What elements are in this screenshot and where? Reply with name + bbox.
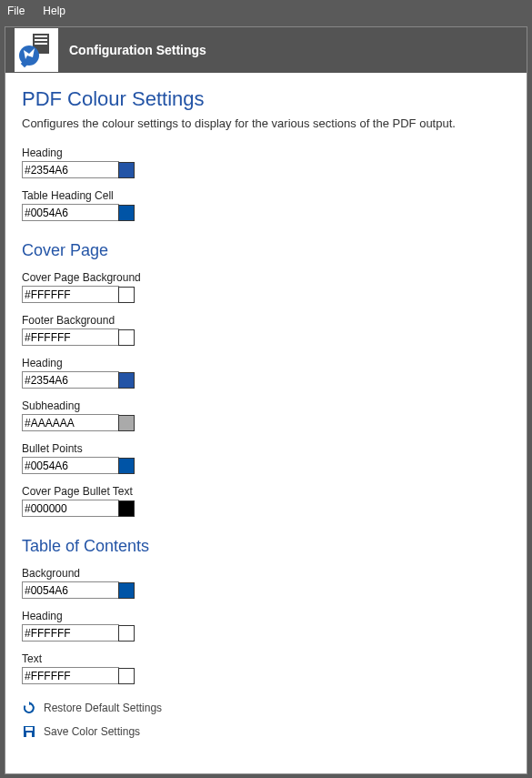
label-toc-text: Text xyxy=(22,652,510,665)
save-settings-button[interactable]: Save Color Settings xyxy=(22,724,510,739)
input-bullets[interactable] xyxy=(22,457,119,474)
input-cover-bg[interactable] xyxy=(22,286,119,303)
panel-header: Configuration Settings xyxy=(5,27,527,73)
menu-help[interactable]: Help xyxy=(43,5,65,17)
swatch-subheading[interactable] xyxy=(118,415,135,431)
section-toc-title: Table of Contents xyxy=(22,537,510,556)
restore-defaults-button[interactable]: Restore Default Settings xyxy=(22,701,510,715)
input-bullet-text[interactable] xyxy=(22,500,119,517)
label-toc-bg: Background xyxy=(22,567,510,580)
input-toc-heading[interactable] xyxy=(22,624,119,642)
swatch-heading[interactable] xyxy=(118,162,135,178)
panel-content: PDF Colour Settings Configures the colou… xyxy=(5,73,527,773)
svg-rect-1 xyxy=(35,35,47,37)
field-footer-bg: Footer Background xyxy=(22,314,510,346)
field-subheading: Subheading xyxy=(22,399,510,431)
field-table-heading-cell: Table Heading Cell xyxy=(22,189,510,221)
label-table-heading-cell: Table Heading Cell xyxy=(22,189,510,202)
field-bullet-text: Cover Page Bullet Text xyxy=(22,485,510,517)
section-pdf-colour-desc: Configures the colour settings to displa… xyxy=(22,116,510,130)
label-toc-heading: Heading xyxy=(22,610,510,622)
input-footer-bg[interactable] xyxy=(22,328,119,346)
input-heading[interactable] xyxy=(22,161,119,178)
swatch-footer-bg[interactable] xyxy=(118,329,135,346)
settings-panel: Configuration Settings PDF Colour Settin… xyxy=(5,26,527,774)
field-toc-text: Text xyxy=(22,652,510,684)
settings-icon xyxy=(15,28,58,72)
section-cover-page-title: Cover Page xyxy=(22,241,510,260)
panel-title: Configuration Settings xyxy=(69,43,206,57)
svg-rect-2 xyxy=(35,39,47,41)
label-bullets: Bullet Points xyxy=(22,442,510,455)
swatch-table-heading-cell[interactable] xyxy=(118,205,135,221)
refresh-icon xyxy=(22,701,36,715)
menu-file[interactable]: File xyxy=(7,5,25,17)
save-icon xyxy=(22,724,36,739)
field-cover-bg: Cover Page Background xyxy=(22,271,510,303)
field-cover-heading: Heading xyxy=(22,357,510,389)
label-cover-heading: Heading xyxy=(22,357,510,369)
field-toc-bg: Background xyxy=(22,567,510,599)
swatch-cover-heading[interactable] xyxy=(118,372,135,389)
label-footer-bg: Footer Background xyxy=(22,314,510,327)
field-toc-heading: Heading xyxy=(22,610,510,642)
field-heading: Heading xyxy=(22,147,510,178)
swatch-toc-heading[interactable] xyxy=(118,625,135,642)
swatch-bullets[interactable] xyxy=(118,458,135,474)
input-cover-heading[interactable] xyxy=(22,371,119,389)
section-pdf-colour-title: PDF Colour Settings xyxy=(22,87,510,111)
svg-rect-8 xyxy=(26,733,32,737)
label-subheading: Subheading xyxy=(22,399,510,412)
input-table-heading-cell[interactable] xyxy=(22,204,119,221)
svg-rect-7 xyxy=(25,727,33,731)
restore-defaults-label: Restore Default Settings xyxy=(44,702,162,714)
swatch-toc-bg[interactable] xyxy=(118,582,135,599)
input-toc-bg[interactable] xyxy=(22,581,119,599)
input-toc-text[interactable] xyxy=(22,667,119,684)
swatch-bullet-text[interactable] xyxy=(118,500,135,517)
label-cover-bg: Cover Page Background xyxy=(22,271,510,284)
field-bullets: Bullet Points xyxy=(22,442,510,474)
svg-rect-3 xyxy=(35,43,47,45)
swatch-cover-bg[interactable] xyxy=(118,287,135,303)
label-heading: Heading xyxy=(22,147,510,159)
input-subheading[interactable] xyxy=(22,414,119,431)
label-bullet-text: Cover Page Bullet Text xyxy=(22,485,510,498)
save-settings-label: Save Color Settings xyxy=(44,725,140,738)
swatch-toc-text[interactable] xyxy=(118,668,135,684)
menubar: File Help xyxy=(0,0,532,22)
